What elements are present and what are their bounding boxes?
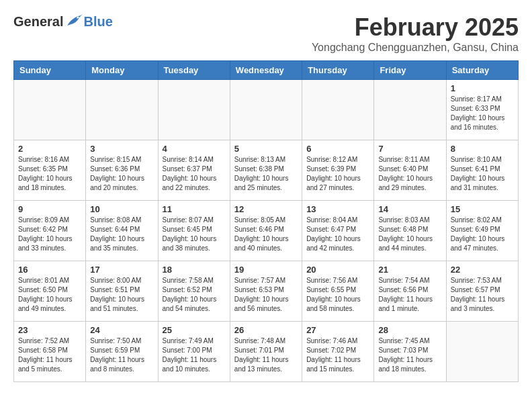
day-number: 24 — [90, 325, 153, 335]
day-info: Sunrise: 7:52 AM Sunset: 6:58 PM Dayligh… — [18, 336, 81, 374]
day-info: Sunrise: 8:01 AM Sunset: 6:50 PM Dayligh… — [18, 276, 81, 314]
calendar-cell — [446, 322, 518, 382]
weekday-header-saturday: Saturday — [446, 61, 518, 80]
calendar-cell: 26Sunrise: 7:48 AM Sunset: 7:01 PM Dayli… — [230, 322, 302, 382]
day-number: 16 — [18, 265, 81, 275]
day-number: 2 — [18, 144, 81, 154]
calendar-cell: 19Sunrise: 7:57 AM Sunset: 6:53 PM Dayli… — [230, 261, 302, 322]
calendar-cell: 22Sunrise: 7:53 AM Sunset: 6:57 PM Dayli… — [446, 261, 518, 322]
day-info: Sunrise: 8:00 AM Sunset: 6:51 PM Dayligh… — [90, 276, 153, 314]
day-number: 12 — [234, 204, 298, 214]
calendar-cell: 14Sunrise: 8:03 AM Sunset: 6:48 PM Dayli… — [374, 201, 446, 261]
calendar-cell: 10Sunrise: 8:08 AM Sunset: 6:44 PM Dayli… — [86, 201, 158, 261]
weekday-header-row: SundayMondayTuesdayWednesdayThursdayFrid… — [14, 61, 519, 80]
weekday-header-sunday: Sunday — [14, 61, 86, 80]
weekday-header-friday: Friday — [374, 61, 446, 80]
day-number: 6 — [306, 144, 369, 154]
calendar-cell: 23Sunrise: 7:52 AM Sunset: 6:58 PM Dayli… — [14, 322, 86, 382]
title-section: February 2025 Yongchang Chengguanzhen, G… — [312, 13, 519, 54]
day-number: 15 — [451, 204, 514, 214]
day-number: 3 — [90, 144, 153, 154]
day-info: Sunrise: 7:53 AM Sunset: 6:57 PM Dayligh… — [451, 276, 514, 314]
calendar-cell — [158, 80, 230, 140]
weekday-header-tuesday: Tuesday — [158, 61, 230, 80]
logo-general-text: General — [13, 14, 63, 30]
calendar-cell: 15Sunrise: 8:02 AM Sunset: 6:49 PM Dayli… — [446, 201, 518, 261]
page-header: General Blue February 2025 Yongchang Che… — [13, 13, 519, 54]
day-number: 18 — [163, 265, 226, 275]
calendar-cell: 16Sunrise: 8:01 AM Sunset: 6:50 PM Dayli… — [14, 261, 86, 322]
day-number: 27 — [306, 325, 369, 335]
day-number: 4 — [163, 144, 226, 154]
calendar-cell: 21Sunrise: 7:54 AM Sunset: 6:56 PM Dayli… — [374, 261, 446, 322]
day-info: Sunrise: 8:13 AM Sunset: 6:38 PM Dayligh… — [234, 155, 298, 193]
day-info: Sunrise: 8:05 AM Sunset: 6:46 PM Dayligh… — [234, 216, 298, 253]
day-number: 11 — [163, 204, 226, 214]
calendar-cell: 28Sunrise: 7:45 AM Sunset: 7:03 PM Dayli… — [374, 322, 446, 382]
calendar-cell: 1Sunrise: 8:17 AM Sunset: 6:33 PM Daylig… — [446, 80, 518, 140]
day-number: 19 — [234, 265, 298, 275]
day-number: 9 — [18, 204, 81, 214]
logo-blue-text: Blue — [83, 14, 112, 30]
day-info: Sunrise: 7:54 AM Sunset: 6:56 PM Dayligh… — [378, 276, 441, 314]
calendar-cell: 12Sunrise: 8:05 AM Sunset: 6:46 PM Dayli… — [230, 201, 302, 261]
day-number: 7 — [378, 144, 441, 154]
calendar-cell: 25Sunrise: 7:49 AM Sunset: 7:00 PM Dayli… — [158, 322, 230, 382]
day-number: 20 — [306, 265, 369, 275]
day-info: Sunrise: 8:16 AM Sunset: 6:35 PM Dayligh… — [18, 155, 81, 193]
month-title: February 2025 — [312, 13, 519, 42]
day-info: Sunrise: 7:58 AM Sunset: 6:52 PM Dayligh… — [163, 276, 226, 314]
day-info: Sunrise: 8:17 AM Sunset: 6:33 PM Dayligh… — [451, 95, 514, 132]
calendar-cell: 3Sunrise: 8:15 AM Sunset: 6:36 PM Daylig… — [86, 140, 158, 201]
day-info: Sunrise: 7:56 AM Sunset: 6:55 PM Dayligh… — [306, 276, 369, 314]
calendar-cell — [302, 80, 374, 140]
day-info: Sunrise: 8:03 AM Sunset: 6:48 PM Dayligh… — [378, 216, 441, 253]
calendar-cell: 17Sunrise: 8:00 AM Sunset: 6:51 PM Dayli… — [86, 261, 158, 322]
day-number: 13 — [306, 204, 369, 214]
calendar-table: SundayMondayTuesdayWednesdayThursdayFrid… — [13, 60, 519, 382]
day-info: Sunrise: 7:57 AM Sunset: 6:53 PM Dayligh… — [234, 276, 298, 314]
calendar-cell: 6Sunrise: 8:12 AM Sunset: 6:39 PM Daylig… — [302, 140, 374, 201]
calendar-cell: 11Sunrise: 8:07 AM Sunset: 6:45 PM Dayli… — [158, 201, 230, 261]
calendar-cell: 13Sunrise: 8:04 AM Sunset: 6:47 PM Dayli… — [302, 201, 374, 261]
day-number: 26 — [234, 325, 298, 335]
weekday-header-monday: Monday — [86, 61, 158, 80]
day-info: Sunrise: 7:45 AM Sunset: 7:03 PM Dayligh… — [378, 336, 441, 374]
calendar-cell: 5Sunrise: 8:13 AM Sunset: 6:38 PM Daylig… — [230, 140, 302, 201]
day-info: Sunrise: 8:11 AM Sunset: 6:40 PM Dayligh… — [378, 155, 441, 193]
day-info: Sunrise: 7:48 AM Sunset: 7:01 PM Dayligh… — [234, 336, 298, 374]
weekday-header-wednesday: Wednesday — [230, 61, 302, 80]
location-subtitle: Yongchang Chengguanzhen, Gansu, China — [312, 42, 519, 54]
day-number: 21 — [378, 265, 441, 275]
logo-bird-icon — [64, 13, 83, 30]
day-number: 1 — [451, 83, 514, 93]
week-row-2: 2Sunrise: 8:16 AM Sunset: 6:35 PM Daylig… — [14, 140, 519, 201]
day-info: Sunrise: 7:50 AM Sunset: 6:59 PM Dayligh… — [90, 336, 153, 374]
calendar-cell — [86, 80, 158, 140]
calendar-cell — [14, 80, 86, 140]
calendar-cell: 20Sunrise: 7:56 AM Sunset: 6:55 PM Dayli… — [302, 261, 374, 322]
day-number: 10 — [90, 204, 153, 214]
day-info: Sunrise: 8:02 AM Sunset: 6:49 PM Dayligh… — [451, 216, 514, 253]
weekday-header-thursday: Thursday — [302, 61, 374, 80]
day-number: 25 — [163, 325, 226, 335]
day-number: 5 — [234, 144, 298, 154]
day-number: 17 — [90, 265, 153, 275]
day-info: Sunrise: 8:12 AM Sunset: 6:39 PM Dayligh… — [306, 155, 369, 193]
day-info: Sunrise: 8:07 AM Sunset: 6:45 PM Dayligh… — [163, 216, 226, 253]
day-info: Sunrise: 8:14 AM Sunset: 6:37 PM Dayligh… — [163, 155, 226, 193]
calendar-cell: 24Sunrise: 7:50 AM Sunset: 6:59 PM Dayli… — [86, 322, 158, 382]
day-info: Sunrise: 8:15 AM Sunset: 6:36 PM Dayligh… — [90, 155, 153, 193]
day-info: Sunrise: 8:04 AM Sunset: 6:47 PM Dayligh… — [306, 216, 369, 253]
day-number: 8 — [451, 144, 514, 154]
day-number: 28 — [378, 325, 441, 335]
calendar-cell — [374, 80, 446, 140]
day-info: Sunrise: 7:49 AM Sunset: 7:00 PM Dayligh… — [163, 336, 226, 374]
day-info: Sunrise: 8:09 AM Sunset: 6:42 PM Dayligh… — [18, 216, 81, 253]
calendar-cell: 7Sunrise: 8:11 AM Sunset: 6:40 PM Daylig… — [374, 140, 446, 201]
logo: General Blue — [13, 13, 113, 30]
day-info: Sunrise: 8:10 AM Sunset: 6:41 PM Dayligh… — [451, 155, 514, 193]
week-row-5: 23Sunrise: 7:52 AM Sunset: 6:58 PM Dayli… — [14, 322, 519, 382]
calendar-cell: 4Sunrise: 8:14 AM Sunset: 6:37 PM Daylig… — [158, 140, 230, 201]
week-row-3: 9Sunrise: 8:09 AM Sunset: 6:42 PM Daylig… — [14, 201, 519, 261]
